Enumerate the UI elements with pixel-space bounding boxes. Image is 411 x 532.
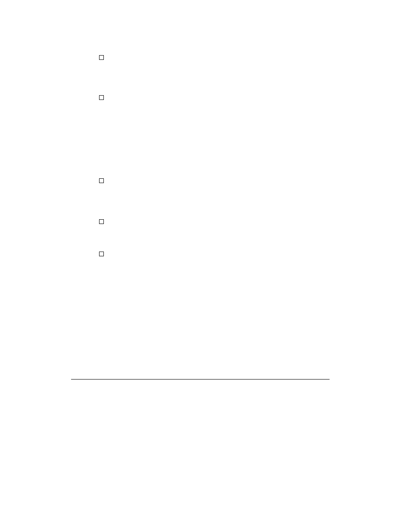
checkbox-icon — [99, 55, 104, 60]
checklist-item — [99, 218, 330, 224]
checklist — [99, 52, 330, 256]
checklist-item — [99, 177, 330, 183]
page — [0, 0, 411, 532]
checklist-item — [99, 53, 330, 60]
checkbox-icon — [99, 178, 104, 183]
checklist-item — [99, 250, 330, 256]
horizontal-rule — [71, 379, 330, 380]
checkbox-icon — [99, 95, 104, 100]
checkbox-icon — [99, 219, 104, 224]
checkbox-icon — [99, 252, 104, 256]
checklist-item — [99, 93, 330, 100]
